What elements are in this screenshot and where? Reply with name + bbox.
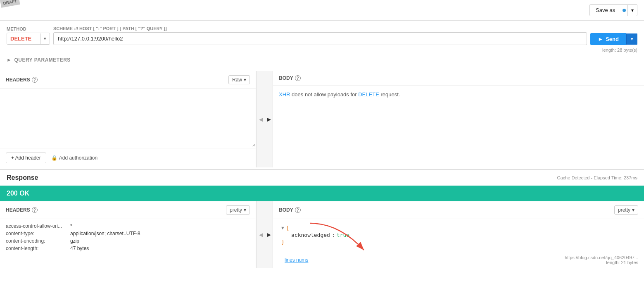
resp-body-pretty-button[interactable]: pretty ▾ — [614, 205, 638, 215]
status-bar: 200 OK — [0, 186, 644, 201]
headers-title: HEADERS ? — [6, 77, 38, 83]
resp-length: length: 21 bytes — [606, 260, 638, 265]
json-value: true — [337, 232, 349, 238]
url-input[interactable] — [53, 32, 587, 45]
json-collapse-icon[interactable]: ▼ — [281, 225, 284, 231]
collapse-left-icon: ◀ — [259, 117, 263, 122]
url-row: METHOD DELETE GET POST PUT PATCH ▾ SCHEM… — [7, 26, 637, 45]
body-label: BODY — [279, 75, 293, 81]
method-select[interactable]: DELETE GET POST PUT PATCH — [7, 33, 40, 44]
send-chevron-button[interactable]: ▾ — [626, 33, 637, 45]
send-button[interactable]: ► Send — [590, 33, 626, 45]
json-key-line: acknowledged : true — [291, 232, 636, 238]
header-value-2: application/json; charset=UTF-8 — [70, 231, 140, 236]
json-open-brace: { — [286, 225, 289, 231]
add-auth-label: Add authorization — [59, 155, 97, 161]
header-row-2: content-type: application/json; charset=… — [6, 231, 250, 236]
body-expand-btn[interactable]: ▶ — [265, 71, 273, 167]
status-text: OK — [19, 190, 29, 197]
header-name-3: content-encoding: — [6, 238, 64, 244]
raw-label: Raw — [232, 77, 242, 83]
resp-body-info-icon[interactable]: ? — [295, 207, 301, 213]
response-title: Response — [7, 174, 38, 181]
body-info-icon[interactable]: ? — [295, 75, 301, 81]
save-as-button[interactable]: Save as — [590, 5, 621, 16]
response-panels-row: HEADERS ? pretty ▾ access-control-allow-… — [0, 201, 644, 268]
headers-panel: HEADERS ? Raw ▾ + Add header 🔒 Add autho… — [0, 71, 256, 167]
url-label: SCHEME :// HOST [ ":" PORT ] [ PATH [ "?… — [53, 26, 587, 31]
resp-headers-chevron-icon: ▾ — [244, 207, 246, 213]
resp-headers-label: HEADERS — [6, 207, 30, 213]
header-row-4: content-length: 47 bytes — [6, 246, 250, 251]
json-line-collapse: ▼ { — [281, 225, 636, 231]
xhr-text: XHR — [279, 91, 290, 98]
response-body-panel: BODY ? pretty ▾ — [273, 201, 644, 268]
delete-method-text: DELETE — [358, 91, 379, 98]
add-header-button[interactable]: + Add header — [6, 153, 46, 163]
resp-headers-title: HEADERS ? — [6, 207, 38, 213]
resp-vertical-divider[interactable]: ◀ — [256, 201, 265, 268]
response-headers-list: access-control-allow-ori... * content-ty… — [0, 219, 256, 257]
send-group: ► Send ▾ — [590, 26, 637, 45]
raw-chevron-icon: ▾ — [244, 77, 246, 83]
header-row-1: access-control-allow-ori... * — [6, 223, 250, 229]
method-group: METHOD DELETE GET POST PUT PATCH ▾ — [7, 26, 50, 45]
save-as-group: Save as ▾ — [589, 4, 637, 16]
raw-button[interactable]: Raw ▾ — [228, 75, 250, 84]
resp-headers-pretty-label: pretty — [230, 207, 242, 213]
body-panel-header: BODY ? — [273, 71, 644, 86]
lines-nums-link[interactable]: lines nums — [279, 254, 314, 266]
headers-label: HEADERS — [6, 77, 30, 83]
request-section: METHOD DELETE GET POST PUT PATCH ▾ SCHEM… — [0, 21, 644, 71]
json-close-line: } — [281, 239, 636, 245]
response-section: Response Cache Detected - Elapsed Time: … — [0, 169, 644, 268]
resp-body-panel-header: BODY ? pretty ▾ — [273, 201, 644, 219]
response-headers-panel: HEADERS ? pretty ▾ access-control-allow-… — [0, 201, 256, 268]
header-value-1: * — [70, 223, 72, 229]
add-auth-button[interactable]: 🔒 Add authorization — [51, 155, 97, 161]
resp-url-hint: https://blog.csdn.net/qq_40620497... — [565, 255, 638, 260]
expand-right-icon: ▶ — [267, 116, 271, 122]
headers-info-icon[interactable]: ? — [32, 77, 38, 83]
resp-body-chevron-icon: ▾ — [632, 207, 634, 213]
body-message: XHR does not allow payloads for DELETE r… — [273, 86, 644, 103]
header-row-3: content-encoding: gzip — [6, 238, 250, 244]
resp-headers-info-icon[interactable]: ? — [32, 207, 38, 213]
cache-info: Cache Detected - Elapsed Time: 237ms — [557, 175, 637, 180]
json-key: acknowledged — [291, 232, 330, 238]
resp-body-label: BODY — [279, 207, 293, 213]
query-params-label: QUERY PARAMETERS — [14, 57, 70, 63]
json-close-brace: } — [281, 239, 285, 245]
header-name-4: content-length: — [6, 246, 64, 251]
resp-body-pretty-label: pretty — [618, 207, 630, 213]
resp-bottom-right: https://blog.csdn.net/qq_40620497... len… — [565, 255, 638, 265]
resp-body-title: BODY ? — [279, 207, 301, 213]
send-label: Send — [606, 36, 619, 42]
headers-panel-header: HEADERS ? Raw ▾ — [0, 71, 256, 89]
json-body: ▼ { acknowledged : true } — [273, 219, 644, 252]
status-code: 200 — [7, 190, 18, 197]
method-label: METHOD — [7, 26, 50, 31]
send-arrow-icon: ► — [598, 36, 603, 42]
vertical-divider[interactable]: ◀ — [256, 71, 265, 167]
save-as-dot — [623, 9, 626, 12]
header-value-3: gzip — [70, 238, 79, 244]
header-name-1: access-control-allow-ori... — [6, 223, 64, 229]
body-msg-text: does not allow payloads for — [292, 91, 358, 98]
body-content-wrapper: ▼ { acknowledged : true } — [273, 219, 644, 252]
method-select-wrapper: DELETE GET POST PUT PATCH ▾ — [7, 33, 50, 45]
draft-badge: DRAFT — [0, 0, 20, 8]
url-group: SCHEME :// HOST [ ":" PORT ] [ PATH [ "?… — [53, 26, 587, 45]
resp-expand-right-icon: ▶ — [267, 231, 271, 238]
resp-headers-pretty-button[interactable]: pretty ▾ — [226, 205, 250, 215]
send-btn-wrapper: ► Send ▾ — [590, 33, 637, 45]
save-as-chevron-button[interactable]: ▾ — [627, 5, 637, 16]
top-bar: DRAFT Save as ▾ — [0, 0, 644, 21]
body-msg-end: request. — [380, 91, 400, 98]
resp-bottom-bar: lines nums https://blog.csdn.net/qq_4062… — [273, 252, 644, 268]
headers-textarea[interactable] — [0, 89, 256, 147]
method-chevron[interactable]: ▾ — [40, 33, 50, 44]
resp-collapse-left-icon: ◀ — [259, 232, 263, 238]
query-params-row[interactable]: ► QUERY PARAMETERS — [7, 55, 637, 66]
resp-body-expand-btn[interactable]: ▶ — [265, 201, 273, 268]
